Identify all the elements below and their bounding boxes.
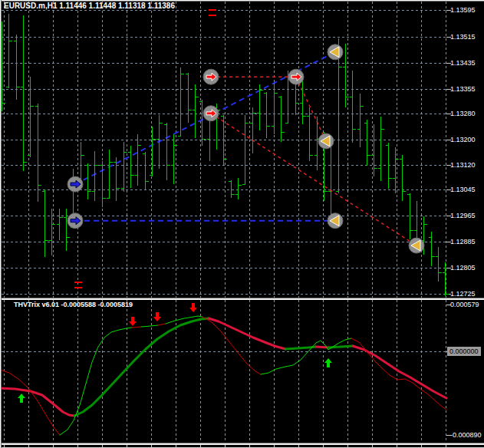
indicator-axis-label: -0.000890: [450, 431, 482, 439]
trix-line-segment: [0, 388, 74, 416]
window-border-top: [0, 0, 484, 2]
window-border-left: [0, 0, 2, 448]
chart-canvas[interactable]: [0, 0, 484, 448]
panel-separator[interactable]: [0, 298, 484, 300]
trix-line-segment: [60, 328, 132, 435]
signal-marker[interactable]: [318, 133, 334, 149]
signal-marker[interactable]: [409, 238, 424, 253]
up-arrow-icon: [18, 394, 25, 403]
price-axis-label: 1.13045: [450, 186, 476, 193]
signal-marker[interactable]: [203, 69, 219, 84]
price-axis-label: 1.12885: [450, 238, 476, 245]
indicator-axis-label: 0.000000: [447, 347, 481, 356]
trix-line-segment: [351, 338, 446, 410]
signal-marker[interactable]: [203, 106, 219, 121]
trix-line-segment: [132, 327, 141, 328]
down-arrow-icon: [129, 317, 137, 326]
ohlc-bars: [0, 14, 449, 296]
price-axis-label: 1.12965: [450, 212, 476, 219]
trend-line[interactable]: [211, 114, 417, 245]
up-arrow-icon: [324, 358, 332, 367]
price-axis-label: 1.13515: [450, 33, 476, 41]
indicator-title: THVTrix v6.01 -0.0005588 -0.0005819: [14, 301, 133, 308]
chart-title: EURUSD.m,H1 1.11446 1.11448 1.11318 1.11…: [4, 2, 175, 10]
price-axis-label: 1.13355: [450, 85, 476, 93]
signal-marker[interactable]: [328, 213, 343, 229]
signal-marker[interactable]: [328, 44, 343, 60]
trix-line-segment: [353, 346, 446, 398]
trix-line-segment: [158, 324, 166, 325]
price-axis-label: 1.13435: [450, 59, 476, 67]
double-dash-mark: [209, 9, 216, 11]
signal-marker[interactable]: [288, 69, 304, 84]
price-axis-label: 1.13120: [450, 161, 476, 169]
trix-line-segment: [74, 318, 209, 416]
signal-marker[interactable]: [67, 176, 83, 192]
signal-marker[interactable]: [67, 213, 83, 229]
trix-fast-thin: [0, 316, 446, 435]
double-dash-mark: [74, 287, 82, 288]
mt4-chart-window: EURUSD.m,H1 1.11446 1.11448 1.11318 1.11…: [0, 0, 484, 448]
axis-ticks: [5, 11, 452, 448]
down-arrow-icon: [153, 312, 161, 321]
price-axis-label: 1.13200: [450, 136, 476, 143]
indicator-axis-label: 0.000579: [450, 301, 479, 308]
down-arrow-icon: [189, 303, 197, 312]
panel-separator[interactable]: [0, 443, 484, 445]
trix-signal-thick: [0, 318, 446, 416]
trix-line-segment: [141, 325, 158, 327]
price-axis-label: 1.12725: [450, 290, 476, 298]
double-dash-mark: [74, 282, 82, 283]
price-axis-label: 1.13595: [450, 6, 476, 14]
double-dash-mark: [209, 15, 216, 16]
trix-line-segment: [202, 317, 261, 374]
trend-line[interactable]: [296, 77, 326, 141]
price-axis-label: 1.12805: [450, 264, 476, 272]
price-axis-label: 1.13280: [450, 110, 476, 117]
